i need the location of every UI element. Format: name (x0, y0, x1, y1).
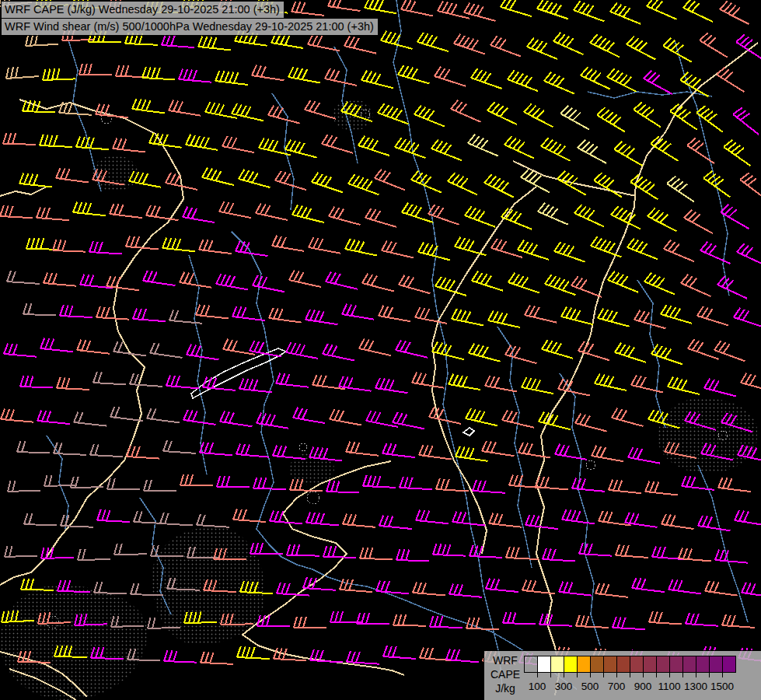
legend-color-cell (577, 656, 591, 673)
legend-tick (722, 673, 723, 677)
wind-barb (3, 133, 36, 145)
wind-barb (8, 480, 40, 492)
wind-barb (536, 476, 569, 489)
country-border (243, 461, 404, 675)
wind-barb (555, 443, 589, 460)
wind-barb (521, 168, 555, 193)
wind-barb (525, 304, 559, 322)
wind-barb (473, 480, 506, 493)
wind-barb (186, 134, 220, 150)
river (68, 40, 101, 191)
wind-barb (687, 136, 721, 163)
wind-barb (592, 445, 626, 461)
wind-barb (449, 583, 483, 597)
wind-barb (1, 610, 34, 622)
wind-barb (539, 614, 573, 626)
wind-barb (37, 207, 70, 220)
wind-barb (661, 304, 695, 324)
wind-barb (19, 173, 53, 187)
wind-barb (94, 582, 127, 593)
wind-barb (456, 446, 490, 461)
wind-barb (737, 242, 761, 265)
wind-barb (607, 67, 641, 91)
wind-barb (378, 103, 412, 124)
wind-barb (562, 509, 595, 523)
wind-barb (595, 373, 629, 390)
legend-label: WRF CAPE J/kg (489, 653, 522, 695)
wind-barb (346, 441, 379, 456)
wind-barb (256, 202, 290, 220)
wind-barb (148, 617, 180, 628)
wind-barb (5, 65, 39, 79)
wind-barb (162, 34, 195, 47)
legend-color-bar (524, 656, 736, 673)
wind-barb (537, 0, 571, 19)
wind-barb (308, 33, 342, 51)
wind-barb (216, 273, 250, 289)
wind-barb (126, 236, 159, 249)
wind-barb (382, 443, 416, 457)
wind-barb (685, 411, 719, 430)
wind-barb (683, 0, 717, 22)
wind-barb (342, 303, 376, 320)
wind-barb (199, 239, 232, 254)
town-markers-layer (47, 110, 728, 628)
wind-barb (645, 481, 679, 495)
wind-barb (57, 377, 90, 390)
wind-barb (571, 275, 606, 297)
wind-barb (240, 581, 274, 593)
wind-barb (485, 375, 519, 391)
wind-barb (73, 201, 106, 215)
wind-barb (558, 378, 592, 395)
wind-barb (722, 614, 756, 628)
wind-barb (518, 442, 553, 457)
wind-barb (202, 166, 236, 185)
wind-barb (133, 308, 166, 321)
wind-barb (396, 339, 430, 357)
wind-barb (217, 476, 250, 488)
wind-barb (142, 67, 176, 79)
wind-barb (343, 513, 376, 527)
town-marker (586, 460, 595, 470)
wind-barb (219, 201, 253, 218)
wind-barb (398, 65, 432, 84)
wind-barb (733, 106, 761, 135)
legend-color-cell (656, 656, 670, 673)
wind-barb (742, 582, 761, 597)
wind-barb (575, 412, 609, 431)
wind-barb (74, 411, 107, 425)
wind-barb (274, 648, 307, 660)
wind-barb (581, 65, 615, 89)
wind-barb (44, 272, 77, 286)
wind-barb (484, 173, 518, 197)
wind-barb (741, 372, 761, 390)
wind-barb (114, 543, 147, 555)
legend-tick (696, 673, 696, 677)
wind-barb (698, 515, 732, 530)
wind-barb (590, 33, 624, 57)
town-marker (718, 431, 728, 440)
wind-barb (701, 443, 735, 460)
wind-barb (329, 205, 363, 225)
legend-color-cell (682, 656, 696, 673)
wind-barb (649, 611, 682, 624)
wind-barb (724, 138, 756, 166)
wind-barb (631, 374, 665, 392)
wind-barb (522, 579, 556, 593)
wind-barb (491, 238, 525, 257)
wind-barb (648, 409, 682, 429)
wind-barb (163, 440, 197, 453)
wind-barb (330, 408, 364, 425)
wind-barb (539, 411, 573, 429)
wind-barb (735, 509, 761, 525)
legend-tick (630, 673, 630, 677)
wind-barb (345, 238, 379, 255)
wind-barb (451, 99, 485, 122)
wind-barb (662, 513, 696, 529)
wind-barb (305, 309, 340, 324)
wind-barb (574, 203, 609, 226)
wind-barb (144, 480, 176, 491)
wind-barb (348, 173, 382, 194)
wind-barb (615, 342, 649, 362)
wind-barb (273, 445, 306, 459)
